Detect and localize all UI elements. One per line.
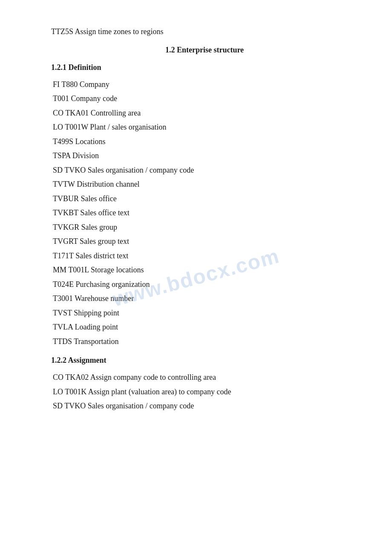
item-t024e: T024E Purchasing organization <box>51 278 358 292</box>
subsection-title-definition: 1.2.1 Definition <box>51 63 358 72</box>
item-fi-t880: FI T880 Company <box>51 78 358 92</box>
item-mm-t001l: MM T001L Storage locations <box>51 263 358 277</box>
item-tvkbt: TVKBT Sales office text <box>51 206 358 220</box>
section-title: 1.2 Enterprise structure <box>51 46 358 55</box>
item-tvbur: TVBUR Sales office <box>51 192 358 206</box>
item-t171t: T171T Sales district text <box>51 249 358 263</box>
item-t001: T001 Company code <box>51 92 358 106</box>
subsection-assignment: 1.2.2 AssignmentCO TKA02 Assign company … <box>51 356 358 413</box>
item-sd-tvko: SD TVKO Sales organisation / company cod… <box>51 164 358 177</box>
item-tvst: TVST Shipping point <box>51 306 358 320</box>
item-tspa: TSPA Division <box>51 149 358 163</box>
item-co-tka01: CO TKA01 Controlling area <box>51 107 358 120</box>
item-lo-t001k: LO T001K Assign plant (valuation area) t… <box>51 385 358 399</box>
item-co-tka02: CO TKA02 Assign company code to controll… <box>51 371 358 384</box>
item-tvla: TVLA Loading point <box>51 321 358 334</box>
item-sd-tvko2: SD TVKO Sales organisation / company cod… <box>51 399 358 413</box>
subsection-title-assignment: 1.2.2 Assignment <box>51 356 358 365</box>
item-tvgrt: TVGRT Sales group text <box>51 235 358 249</box>
item-lo-t001w: LO T001W Plant / sales organisation <box>51 121 358 134</box>
item-tvtw: TVTW Distribution channel <box>51 178 358 191</box>
subsection-definition: 1.2.1 Definition FI T880 CompanyT001 Com… <box>51 63 358 353</box>
item-tvkgr: TVKGR Sales group <box>51 221 358 234</box>
item-t499s: T499S Locations <box>51 135 358 149</box>
top-line: TTZ5S Assign time zones to regions <box>51 26 358 38</box>
item-ttds: TTDS Transportation <box>51 335 358 349</box>
item-t3001: T3001 Warehouse number <box>51 292 358 306</box>
